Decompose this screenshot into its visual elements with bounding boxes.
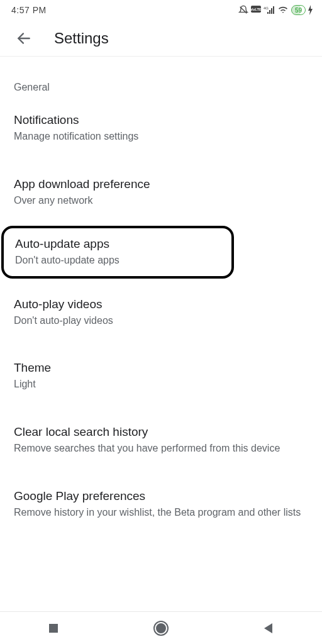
charging-icon [308, 5, 313, 15]
setting-download-preference[interactable]: App download preference Over any network [0, 166, 322, 219]
svg-rect-3 [267, 12, 269, 14]
svg-rect-6 [273, 6, 274, 14]
setting-subtitle: Light [14, 377, 308, 391]
setting-clear-search-history[interactable]: Clear local search history Remove search… [0, 414, 322, 467]
navigation-bar [0, 611, 322, 644]
setting-auto-update-highlighted[interactable]: Auto-update apps Don't auto-update apps [1, 226, 234, 279]
setting-play-preferences[interactable]: Google Play preferences Remove history i… [0, 478, 322, 531]
setting-subtitle: Manage notification settings [14, 130, 308, 143]
setting-subtitle: Remove history in your wishlist, the Bet… [14, 506, 308, 519]
setting-theme[interactable]: Theme Light [0, 350, 322, 402]
page-title: Settings [54, 30, 109, 47]
svg-rect-5 [271, 8, 272, 14]
status-bar: 4:57 PM VoLTE 4G [0, 0, 322, 20]
settings-content: General Notifications Manage notificatio… [0, 57, 322, 530]
setting-title: Google Play preferences [14, 489, 308, 503]
setting-subtitle: Over any network [14, 194, 308, 208]
svg-text:4G: 4G [264, 6, 269, 10]
setting-title: Clear local search history [14, 425, 308, 439]
network-icon: VoLTE [251, 6, 261, 14]
setting-subtitle: Don't auto-play videos [14, 314, 308, 328]
battery-indicator: 59 [291, 5, 306, 15]
svg-text:VoLTE: VoLTE [251, 8, 261, 11]
setting-subtitle: Don't auto-update apps [15, 253, 220, 267]
app-header: Settings [0, 20, 322, 57]
setting-title: Theme [14, 361, 308, 375]
alarm-muted-icon [238, 5, 248, 15]
section-header-general: General [0, 57, 322, 102]
wifi-icon [277, 6, 289, 14]
setting-auto-play[interactable]: Auto-play videos Don't auto-play videos [0, 286, 322, 339]
home-button[interactable] [136, 616, 186, 641]
signal-icon: 4G [264, 6, 275, 14]
svg-marker-11 [264, 623, 272, 633]
svg-point-10 [157, 624, 165, 633]
setting-title: Notifications [14, 113, 308, 127]
setting-subtitle: Remove searches that you have performed … [14, 441, 308, 455]
recents-button[interactable] [28, 616, 79, 641]
svg-rect-8 [49, 624, 58, 633]
back-nav-button[interactable] [243, 616, 294, 641]
setting-title: Auto-update apps [15, 237, 220, 251]
back-button[interactable] [13, 27, 35, 50]
setting-notifications[interactable]: Notifications Manage notification settin… [0, 102, 322, 155]
setting-title: Auto-play videos [14, 297, 308, 311]
status-indicators: VoLTE 4G 59 [238, 5, 313, 15]
svg-rect-4 [269, 10, 270, 14]
setting-title: App download preference [14, 177, 308, 191]
status-time: 4:57 PM [11, 5, 47, 15]
